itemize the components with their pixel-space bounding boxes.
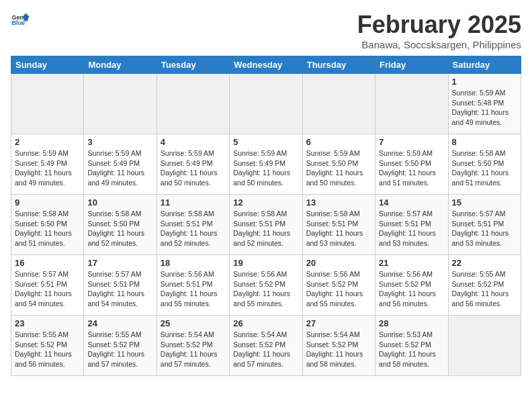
day-cell: 20Sunrise: 5:56 AM Sunset: 5:52 PM Dayli… [302, 255, 375, 316]
day-cell: 10Sunrise: 5:58 AM Sunset: 5:50 PM Dayli… [84, 195, 157, 255]
day-number: 23 [15, 318, 80, 328]
day-cell [230, 74, 302, 134]
weekday-header-monday: Monday [84, 56, 157, 74]
svg-text:Blue: Blue [11, 19, 25, 26]
day-cell: 14Sunrise: 5:57 AM Sunset: 5:51 PM Dayli… [375, 195, 448, 255]
day-cell: 15Sunrise: 5:57 AM Sunset: 5:51 PM Dayli… [448, 195, 521, 255]
week-row-4: 16Sunrise: 5:57 AM Sunset: 5:51 PM Dayli… [11, 255, 521, 316]
day-info: Sunrise: 5:59 AM Sunset: 5:49 PM Dayligh… [161, 148, 226, 188]
day-info: Sunrise: 5:56 AM Sunset: 5:51 PM Dayligh… [161, 269, 226, 309]
day-number: 7 [379, 137, 444, 147]
day-info: Sunrise: 5:57 AM Sunset: 5:51 PM Dayligh… [379, 209, 444, 248]
title-section: February 2025 Banawa, Soccsksargen, Phil… [357, 11, 521, 50]
day-number: 5 [233, 137, 298, 147]
day-cell [302, 74, 375, 134]
day-cell: 18Sunrise: 5:56 AM Sunset: 5:51 PM Dayli… [157, 255, 229, 316]
day-cell: 9Sunrise: 5:58 AM Sunset: 5:50 PM Daylig… [11, 195, 84, 255]
day-cell [375, 74, 448, 134]
logo-icon: General Blue [11, 11, 30, 30]
day-number: 11 [161, 197, 226, 208]
day-info: Sunrise: 5:59 AM Sunset: 5:50 PM Dayligh… [379, 148, 444, 188]
weekday-header-saturday: Saturday [448, 56, 521, 74]
day-info: Sunrise: 5:56 AM Sunset: 5:52 PM Dayligh… [233, 269, 298, 309]
day-cell: 17Sunrise: 5:57 AM Sunset: 5:51 PM Dayli… [84, 255, 157, 316]
day-cell: 21Sunrise: 5:56 AM Sunset: 5:52 PM Dayli… [375, 255, 448, 316]
day-cell: 6Sunrise: 5:59 AM Sunset: 5:50 PM Daylig… [302, 134, 375, 195]
day-number: 13 [306, 197, 371, 208]
day-number: 2 [15, 137, 80, 147]
day-number: 16 [15, 258, 80, 268]
day-cell: 23Sunrise: 5:55 AM Sunset: 5:52 PM Dayli… [11, 316, 84, 376]
day-cell: 4Sunrise: 5:59 AM Sunset: 5:49 PM Daylig… [157, 134, 229, 195]
day-info: Sunrise: 5:56 AM Sunset: 5:52 PM Dayligh… [306, 269, 371, 309]
day-cell: 3Sunrise: 5:59 AM Sunset: 5:49 PM Daylig… [84, 134, 157, 195]
calendar-title: February 2025 [357, 11, 521, 39]
day-info: Sunrise: 5:59 AM Sunset: 5:49 PM Dayligh… [233, 148, 298, 188]
day-cell: 27Sunrise: 5:54 AM Sunset: 5:52 PM Dayli… [302, 316, 375, 376]
day-info: Sunrise: 5:54 AM Sunset: 5:52 PM Dayligh… [306, 330, 371, 369]
weekday-header-thursday: Thursday [302, 56, 375, 74]
day-info: Sunrise: 5:58 AM Sunset: 5:50 PM Dayligh… [452, 148, 517, 188]
page-header: General Blue February 2025 Banawa, Soccs… [11, 11, 521, 50]
week-row-5: 23Sunrise: 5:55 AM Sunset: 5:52 PM Dayli… [11, 316, 521, 376]
day-number: 15 [452, 197, 517, 208]
day-info: Sunrise: 5:54 AM Sunset: 5:52 PM Dayligh… [233, 330, 298, 369]
day-info: Sunrise: 5:58 AM Sunset: 5:50 PM Dayligh… [87, 209, 152, 248]
day-info: Sunrise: 5:58 AM Sunset: 5:50 PM Dayligh… [15, 209, 80, 248]
weekday-header-row: SundayMondayTuesdayWednesdayThursdayFrid… [11, 56, 521, 74]
day-number: 21 [379, 258, 444, 268]
day-info: Sunrise: 5:57 AM Sunset: 5:51 PM Dayligh… [15, 269, 80, 309]
day-cell [157, 74, 229, 134]
day-number: 28 [379, 318, 444, 328]
day-info: Sunrise: 5:55 AM Sunset: 5:52 PM Dayligh… [15, 330, 80, 369]
week-row-1: 1Sunrise: 5:59 AM Sunset: 5:48 PM Daylig… [11, 74, 521, 134]
calendar-subtitle: Banawa, Soccsksargen, Philippines [357, 39, 521, 50]
day-info: Sunrise: 5:57 AM Sunset: 5:51 PM Dayligh… [452, 209, 517, 248]
day-cell: 13Sunrise: 5:58 AM Sunset: 5:51 PM Dayli… [302, 195, 375, 255]
week-row-3: 9Sunrise: 5:58 AM Sunset: 5:50 PM Daylig… [11, 195, 521, 255]
weekday-header-wednesday: Wednesday [230, 56, 302, 74]
day-info: Sunrise: 5:59 AM Sunset: 5:50 PM Dayligh… [306, 148, 371, 188]
day-number: 6 [306, 137, 371, 147]
day-number: 17 [87, 258, 152, 268]
day-info: Sunrise: 5:53 AM Sunset: 5:52 PM Dayligh… [379, 330, 444, 369]
day-cell: 24Sunrise: 5:55 AM Sunset: 5:52 PM Dayli… [84, 316, 157, 376]
weekday-header-sunday: Sunday [11, 56, 84, 74]
day-cell: 19Sunrise: 5:56 AM Sunset: 5:52 PM Dayli… [230, 255, 302, 316]
day-cell: 1Sunrise: 5:59 AM Sunset: 5:48 PM Daylig… [448, 74, 521, 134]
day-number: 27 [306, 318, 371, 328]
day-cell: 22Sunrise: 5:55 AM Sunset: 5:52 PM Dayli… [448, 255, 521, 316]
weekday-header-friday: Friday [375, 56, 448, 74]
day-cell: 16Sunrise: 5:57 AM Sunset: 5:51 PM Dayli… [11, 255, 84, 316]
day-info: Sunrise: 5:58 AM Sunset: 5:51 PM Dayligh… [161, 209, 226, 248]
day-cell [11, 74, 84, 134]
day-info: Sunrise: 5:55 AM Sunset: 5:52 PM Dayligh… [452, 269, 517, 309]
logo: General Blue [11, 11, 30, 30]
day-info: Sunrise: 5:58 AM Sunset: 5:51 PM Dayligh… [233, 209, 298, 248]
day-cell: 26Sunrise: 5:54 AM Sunset: 5:52 PM Dayli… [230, 316, 302, 376]
day-number: 8 [452, 137, 517, 147]
day-number: 4 [161, 137, 226, 147]
calendar-table: SundayMondayTuesdayWednesdayThursdayFrid… [11, 56, 521, 376]
day-number: 1 [452, 77, 517, 87]
day-number: 10 [87, 197, 152, 208]
day-info: Sunrise: 5:57 AM Sunset: 5:51 PM Dayligh… [87, 269, 152, 309]
day-cell: 7Sunrise: 5:59 AM Sunset: 5:50 PM Daylig… [375, 134, 448, 195]
day-info: Sunrise: 5:59 AM Sunset: 5:49 PM Dayligh… [87, 148, 152, 188]
day-number: 3 [87, 137, 152, 147]
day-number: 14 [379, 197, 444, 208]
day-number: 24 [87, 318, 152, 328]
day-number: 19 [233, 258, 298, 268]
day-number: 20 [306, 258, 371, 268]
day-number: 26 [233, 318, 298, 328]
day-cell [84, 74, 157, 134]
day-number: 18 [161, 258, 226, 268]
day-info: Sunrise: 5:59 AM Sunset: 5:49 PM Dayligh… [15, 148, 80, 188]
day-number: 12 [233, 197, 298, 208]
day-number: 22 [452, 258, 517, 268]
day-info: Sunrise: 5:59 AM Sunset: 5:48 PM Dayligh… [452, 88, 517, 128]
day-info: Sunrise: 5:58 AM Sunset: 5:51 PM Dayligh… [306, 209, 371, 248]
day-cell: 11Sunrise: 5:58 AM Sunset: 5:51 PM Dayli… [157, 195, 229, 255]
day-info: Sunrise: 5:54 AM Sunset: 5:52 PM Dayligh… [161, 330, 226, 369]
day-cell [448, 316, 521, 376]
